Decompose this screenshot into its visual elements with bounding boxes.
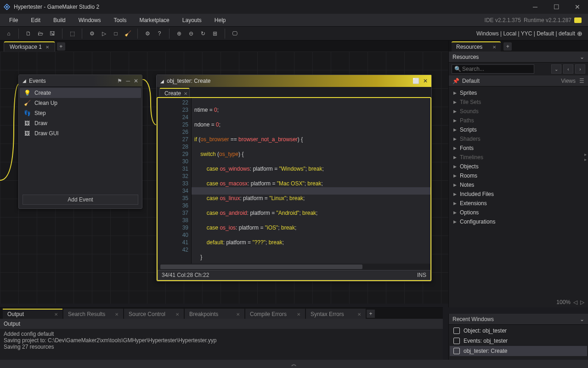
clean-icon[interactable]: 🧹 xyxy=(123,29,133,39)
tree-node[interactable]: ▶Notes xyxy=(449,180,588,190)
tree-node[interactable]: ▶Options xyxy=(449,208,588,217)
horizontal-scrollbar[interactable] xyxy=(158,264,430,270)
menu-windows[interactable]: Windows xyxy=(72,14,107,27)
pin-icon[interactable]: 📌 xyxy=(452,78,459,84)
close-icon[interactable]: ✕ xyxy=(184,91,187,96)
add-tab-button[interactable]: + xyxy=(367,310,375,318)
tree-node[interactable]: ▶Scripts xyxy=(449,125,588,134)
event-draw-gui[interactable]: 🖼Draw GUI xyxy=(20,128,141,138)
menu-help[interactable]: Help xyxy=(208,14,232,27)
event-draw[interactable]: 🖼Draw xyxy=(20,118,141,128)
chevron-down-icon[interactable]: ⌄ xyxy=(580,54,584,60)
resources-header[interactable]: Resources ⌄ xyxy=(449,52,588,63)
minimize-panel-icon[interactable]: ─ xyxy=(126,78,130,84)
close-icon[interactable]: ✕ xyxy=(115,312,119,317)
search-input[interactable] xyxy=(452,64,534,74)
grid-icon[interactable]: ⊞ xyxy=(210,29,220,39)
close-icon[interactable]: ✕ xyxy=(54,312,58,317)
zoom-in-icon[interactable]: ⊕ xyxy=(174,29,184,39)
resources-tab[interactable]: Resources ✕ xyxy=(452,41,501,52)
close-icon[interactable]: ✕ xyxy=(297,312,300,317)
tree-node[interactable]: ▶Extensions xyxy=(449,199,588,208)
code-tab-create[interactable]: Create ✕ xyxy=(159,88,190,98)
events-header[interactable]: ◢ Events ⚑ ─ ✕ xyxy=(19,75,142,87)
close-icon[interactable]: ✕ xyxy=(175,312,179,317)
close-icon[interactable]: ✕ xyxy=(492,45,496,50)
nav-back-button[interactable]: ‹ xyxy=(563,64,573,74)
menu-edit[interactable]: Edit xyxy=(24,14,47,27)
recent-windows-header[interactable]: Recent Windows ⌄ xyxy=(449,314,588,325)
new-file-icon[interactable]: 🗋 xyxy=(23,29,34,39)
tree-node[interactable]: ▶Timelines xyxy=(449,153,588,162)
menu-marketplace[interactable]: Marketplace xyxy=(133,14,175,27)
maximize-panel-icon[interactable]: ⬜ xyxy=(413,78,419,84)
close-icon[interactable]: ✕ xyxy=(236,312,240,317)
menu-tools[interactable]: Tools xyxy=(107,14,133,27)
output-tab-search[interactable]: Search Results✕ xyxy=(63,309,123,319)
menu-layouts[interactable]: Layouts xyxy=(176,14,208,27)
minimize-button[interactable]: ─ xyxy=(525,0,546,14)
code-editor[interactable]: 2223242526272829303132333435363738394041… xyxy=(158,98,430,267)
bottom-collapse-bar[interactable]: ︽ xyxy=(0,360,588,368)
recent-window-item[interactable]: Object: obj_tester xyxy=(450,326,587,336)
menu-build[interactable]: Build xyxy=(47,14,72,27)
code-header[interactable]: ◢ obj_tester: Create ⬜ ✕ xyxy=(157,75,431,87)
close-panel-icon[interactable]: ✕ xyxy=(134,78,138,84)
output-body[interactable]: Added config default Saving project to: … xyxy=(0,329,443,352)
event-step[interactable]: 👣Step xyxy=(20,108,141,118)
zoom-out-icon[interactable]: ◁ xyxy=(573,299,577,305)
save-icon[interactable]: 🖫 xyxy=(47,29,57,39)
open-folder-icon[interactable]: 🗁 xyxy=(35,29,45,39)
recent-window-item[interactable]: Events: obj_tester xyxy=(450,336,587,346)
home-icon[interactable]: ⌂ xyxy=(4,29,14,39)
tree-node[interactable]: ▶Shaders xyxy=(449,134,588,144)
tree-node[interactable]: ▶Rooms xyxy=(449,171,588,180)
hamburger-icon[interactable]: ☰ xyxy=(579,78,584,84)
menu-file[interactable]: File xyxy=(3,14,24,27)
output-tab-compile[interactable]: Compile Errors✕ xyxy=(245,309,305,319)
chevron-down-icon[interactable]: ⌄ xyxy=(551,64,561,74)
project-icon[interactable]: ⬚ xyxy=(67,29,77,39)
zoom-in-icon[interactable]: ▷ xyxy=(580,299,584,305)
add-tab-button[interactable]: + xyxy=(57,42,65,51)
close-button[interactable]: ✕ xyxy=(567,0,588,14)
target-icon[interactable]: ⊕ xyxy=(577,30,582,37)
add-event-button[interactable]: Add Event xyxy=(23,195,138,205)
recent-window-item[interactable]: obj_tester: Create xyxy=(450,346,587,356)
nav-forward-button[interactable]: › xyxy=(575,64,585,74)
output-tab-breakpoints[interactable]: Breakpoints✕ xyxy=(185,309,244,319)
code-body[interactable]: ntime = 0; ndone = 0; if (os_browser == … xyxy=(192,98,430,267)
help-icon[interactable]: ? xyxy=(154,29,164,39)
debug-icon[interactable]: ⚙ xyxy=(87,29,97,39)
event-cleanup[interactable]: 🧹Clean Up xyxy=(20,98,141,108)
device-icon[interactable]: 🖵 xyxy=(230,29,240,39)
play-icon[interactable]: ▷ xyxy=(99,29,109,39)
target-display[interactable]: Windows | Local | YYC | Default | defaul… xyxy=(476,30,575,37)
close-panel-icon[interactable]: ✕ xyxy=(423,78,428,84)
notification-icon[interactable] xyxy=(574,17,582,23)
output-tab-output[interactable]: Output✕ xyxy=(3,309,62,319)
close-icon[interactable]: ✕ xyxy=(45,45,49,50)
workspace-tab[interactable]: Workspace 1 ✕ xyxy=(4,41,55,52)
tree-node[interactable]: ▶Objects xyxy=(449,162,588,171)
flag-icon[interactable]: ⚑ xyxy=(117,78,122,84)
view-header[interactable]: 📌 Default Views ☰ xyxy=(449,75,588,86)
zoom-reset-icon[interactable]: ↻ xyxy=(198,29,208,39)
output-tab-syntax[interactable]: Syntax Errors✕ xyxy=(306,309,366,319)
settings-icon[interactable]: ⚙ xyxy=(142,29,153,39)
maximize-button[interactable]: ☐ xyxy=(546,0,567,14)
tree-node[interactable]: ▶Fonts xyxy=(449,144,588,153)
add-tab-button[interactable]: + xyxy=(503,42,512,51)
event-create[interactable]: 💡Create xyxy=(20,88,141,98)
tree-node[interactable]: ▶Sounds xyxy=(449,107,588,116)
tree-node[interactable]: ▶Sprites xyxy=(449,88,588,98)
tree-node[interactable]: ▶Tile Sets xyxy=(449,98,588,107)
close-icon[interactable]: ✕ xyxy=(357,312,361,317)
chevron-down-icon[interactable]: ⌄ xyxy=(580,316,584,322)
stop-icon[interactable]: □ xyxy=(111,29,121,39)
output-tab-source[interactable]: Source Control✕ xyxy=(124,309,184,319)
collapse-panel-icon[interactable]: ▸▸ xyxy=(583,152,588,161)
tree-node[interactable]: ▶Paths xyxy=(449,116,588,125)
zoom-out-icon[interactable]: ⊖ xyxy=(186,29,196,39)
tree-node[interactable]: ▶Configurations xyxy=(449,217,588,226)
